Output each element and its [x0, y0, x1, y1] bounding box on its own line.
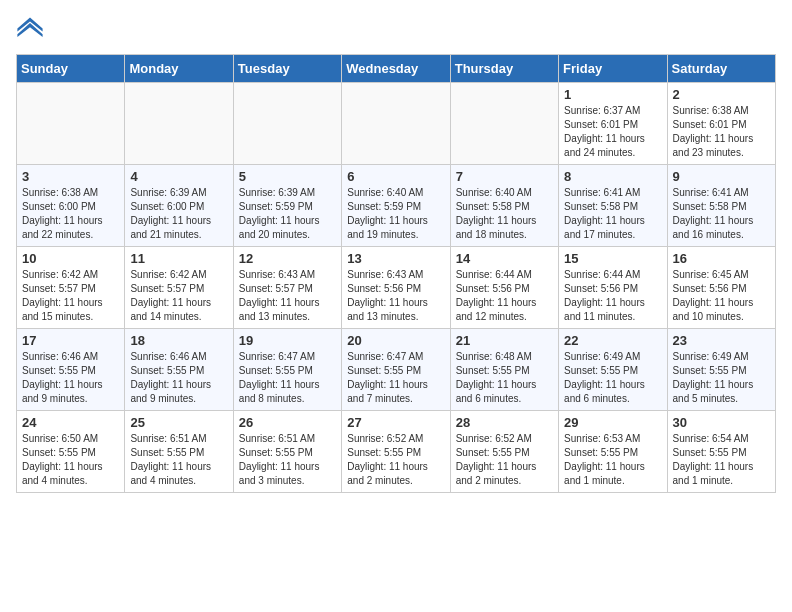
calendar-cell: [233, 83, 341, 165]
day-info: Sunrise: 6:47 AMSunset: 5:55 PMDaylight:…: [239, 350, 336, 406]
calendar-cell: 25Sunrise: 6:51 AMSunset: 5:55 PMDayligh…: [125, 411, 233, 493]
day-info: Sunrise: 6:42 AMSunset: 5:57 PMDaylight:…: [130, 268, 227, 324]
day-info: Sunrise: 6:40 AMSunset: 5:58 PMDaylight:…: [456, 186, 553, 242]
day-number: 6: [347, 169, 444, 184]
logo-icon: [16, 16, 44, 44]
day-info: Sunrise: 6:38 AMSunset: 6:01 PMDaylight:…: [673, 104, 770, 160]
day-number: 14: [456, 251, 553, 266]
calendar-cell: [342, 83, 450, 165]
day-number: 3: [22, 169, 119, 184]
day-of-week-header: Tuesday: [233, 55, 341, 83]
day-number: 18: [130, 333, 227, 348]
day-number: 26: [239, 415, 336, 430]
calendar-cell: 27Sunrise: 6:52 AMSunset: 5:55 PMDayligh…: [342, 411, 450, 493]
day-info: Sunrise: 6:51 AMSunset: 5:55 PMDaylight:…: [130, 432, 227, 488]
day-info: Sunrise: 6:50 AMSunset: 5:55 PMDaylight:…: [22, 432, 119, 488]
day-info: Sunrise: 6:46 AMSunset: 5:55 PMDaylight:…: [130, 350, 227, 406]
calendar-cell: 4Sunrise: 6:39 AMSunset: 6:00 PMDaylight…: [125, 165, 233, 247]
day-number: 9: [673, 169, 770, 184]
calendar-cell: 28Sunrise: 6:52 AMSunset: 5:55 PMDayligh…: [450, 411, 558, 493]
calendar-cell: 5Sunrise: 6:39 AMSunset: 5:59 PMDaylight…: [233, 165, 341, 247]
calendar-cell: 11Sunrise: 6:42 AMSunset: 5:57 PMDayligh…: [125, 247, 233, 329]
day-number: 5: [239, 169, 336, 184]
calendar-week-row: 3Sunrise: 6:38 AMSunset: 6:00 PMDaylight…: [17, 165, 776, 247]
day-of-week-header: Saturday: [667, 55, 775, 83]
calendar-cell: 29Sunrise: 6:53 AMSunset: 5:55 PMDayligh…: [559, 411, 667, 493]
day-number: 13: [347, 251, 444, 266]
calendar-cell: 26Sunrise: 6:51 AMSunset: 5:55 PMDayligh…: [233, 411, 341, 493]
day-info: Sunrise: 6:37 AMSunset: 6:01 PMDaylight:…: [564, 104, 661, 160]
day-number: 23: [673, 333, 770, 348]
calendar-cell: 12Sunrise: 6:43 AMSunset: 5:57 PMDayligh…: [233, 247, 341, 329]
calendar-cell: 10Sunrise: 6:42 AMSunset: 5:57 PMDayligh…: [17, 247, 125, 329]
day-info: Sunrise: 6:49 AMSunset: 5:55 PMDaylight:…: [564, 350, 661, 406]
calendar-cell: 3Sunrise: 6:38 AMSunset: 6:00 PMDaylight…: [17, 165, 125, 247]
calendar-cell: 1Sunrise: 6:37 AMSunset: 6:01 PMDaylight…: [559, 83, 667, 165]
calendar-cell: 21Sunrise: 6:48 AMSunset: 5:55 PMDayligh…: [450, 329, 558, 411]
day-number: 16: [673, 251, 770, 266]
day-info: Sunrise: 6:41 AMSunset: 5:58 PMDaylight:…: [673, 186, 770, 242]
calendar-cell: 20Sunrise: 6:47 AMSunset: 5:55 PMDayligh…: [342, 329, 450, 411]
calendar-cell: 18Sunrise: 6:46 AMSunset: 5:55 PMDayligh…: [125, 329, 233, 411]
day-number: 10: [22, 251, 119, 266]
day-of-week-header: Thursday: [450, 55, 558, 83]
calendar-cell: 7Sunrise: 6:40 AMSunset: 5:58 PMDaylight…: [450, 165, 558, 247]
day-info: Sunrise: 6:43 AMSunset: 5:57 PMDaylight:…: [239, 268, 336, 324]
day-info: Sunrise: 6:52 AMSunset: 5:55 PMDaylight:…: [456, 432, 553, 488]
day-info: Sunrise: 6:49 AMSunset: 5:55 PMDaylight:…: [673, 350, 770, 406]
calendar-cell: 16Sunrise: 6:45 AMSunset: 5:56 PMDayligh…: [667, 247, 775, 329]
day-number: 24: [22, 415, 119, 430]
calendar-cell: 23Sunrise: 6:49 AMSunset: 5:55 PMDayligh…: [667, 329, 775, 411]
day-info: Sunrise: 6:45 AMSunset: 5:56 PMDaylight:…: [673, 268, 770, 324]
day-info: Sunrise: 6:51 AMSunset: 5:55 PMDaylight:…: [239, 432, 336, 488]
day-number: 17: [22, 333, 119, 348]
calendar-cell: [17, 83, 125, 165]
day-number: 30: [673, 415, 770, 430]
day-number: 29: [564, 415, 661, 430]
calendar-cell: 22Sunrise: 6:49 AMSunset: 5:55 PMDayligh…: [559, 329, 667, 411]
day-number: 2: [673, 87, 770, 102]
day-info: Sunrise: 6:52 AMSunset: 5:55 PMDaylight:…: [347, 432, 444, 488]
day-number: 21: [456, 333, 553, 348]
day-info: Sunrise: 6:46 AMSunset: 5:55 PMDaylight:…: [22, 350, 119, 406]
logo: [16, 16, 48, 44]
day-number: 27: [347, 415, 444, 430]
day-number: 1: [564, 87, 661, 102]
svg-marker-1: [17, 23, 42, 37]
calendar-cell: 6Sunrise: 6:40 AMSunset: 5:59 PMDaylight…: [342, 165, 450, 247]
calendar-week-row: 24Sunrise: 6:50 AMSunset: 5:55 PMDayligh…: [17, 411, 776, 493]
day-number: 7: [456, 169, 553, 184]
day-number: 12: [239, 251, 336, 266]
day-number: 11: [130, 251, 227, 266]
calendar-week-row: 1Sunrise: 6:37 AMSunset: 6:01 PMDaylight…: [17, 83, 776, 165]
day-info: Sunrise: 6:41 AMSunset: 5:58 PMDaylight:…: [564, 186, 661, 242]
day-info: Sunrise: 6:43 AMSunset: 5:56 PMDaylight:…: [347, 268, 444, 324]
calendar-cell: 17Sunrise: 6:46 AMSunset: 5:55 PMDayligh…: [17, 329, 125, 411]
day-info: Sunrise: 6:44 AMSunset: 5:56 PMDaylight:…: [456, 268, 553, 324]
day-number: 4: [130, 169, 227, 184]
calendar-header-row: SundayMondayTuesdayWednesdayThursdayFrid…: [17, 55, 776, 83]
day-of-week-header: Monday: [125, 55, 233, 83]
day-number: 15: [564, 251, 661, 266]
calendar-cell: [450, 83, 558, 165]
day-info: Sunrise: 6:44 AMSunset: 5:56 PMDaylight:…: [564, 268, 661, 324]
calendar-week-row: 17Sunrise: 6:46 AMSunset: 5:55 PMDayligh…: [17, 329, 776, 411]
page-header: [16, 16, 776, 44]
day-number: 19: [239, 333, 336, 348]
day-info: Sunrise: 6:48 AMSunset: 5:55 PMDaylight:…: [456, 350, 553, 406]
day-info: Sunrise: 6:54 AMSunset: 5:55 PMDaylight:…: [673, 432, 770, 488]
calendar-cell: 15Sunrise: 6:44 AMSunset: 5:56 PMDayligh…: [559, 247, 667, 329]
day-info: Sunrise: 6:42 AMSunset: 5:57 PMDaylight:…: [22, 268, 119, 324]
day-of-week-header: Sunday: [17, 55, 125, 83]
calendar-cell: 24Sunrise: 6:50 AMSunset: 5:55 PMDayligh…: [17, 411, 125, 493]
calendar-cell: 19Sunrise: 6:47 AMSunset: 5:55 PMDayligh…: [233, 329, 341, 411]
day-of-week-header: Wednesday: [342, 55, 450, 83]
calendar-cell: 8Sunrise: 6:41 AMSunset: 5:58 PMDaylight…: [559, 165, 667, 247]
calendar-cell: 2Sunrise: 6:38 AMSunset: 6:01 PMDaylight…: [667, 83, 775, 165]
day-of-week-header: Friday: [559, 55, 667, 83]
day-number: 8: [564, 169, 661, 184]
day-info: Sunrise: 6:39 AMSunset: 5:59 PMDaylight:…: [239, 186, 336, 242]
calendar-cell: 9Sunrise: 6:41 AMSunset: 5:58 PMDaylight…: [667, 165, 775, 247]
day-info: Sunrise: 6:38 AMSunset: 6:00 PMDaylight:…: [22, 186, 119, 242]
calendar-cell: 30Sunrise: 6:54 AMSunset: 5:55 PMDayligh…: [667, 411, 775, 493]
